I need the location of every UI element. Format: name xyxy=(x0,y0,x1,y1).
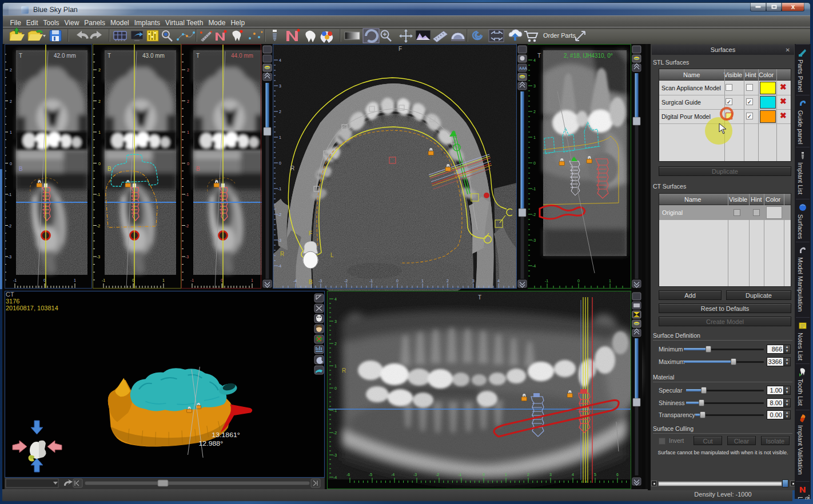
svg-text:3176: 3176 xyxy=(6,298,19,305)
svg-text:-3: -3 xyxy=(97,255,100,259)
svg-text:-1: -1 xyxy=(532,187,536,191)
svg-text:13.1861°: 13.1861° xyxy=(212,432,240,438)
svg-text:0: 0 xyxy=(10,162,12,166)
svg-text:0: 0 xyxy=(279,161,281,165)
svg-text:-2: -2 xyxy=(8,224,11,228)
svg-text:-4: -4 xyxy=(391,473,394,477)
svg-text:F: F xyxy=(309,230,312,237)
svg-text:0: 0 xyxy=(483,473,485,477)
svg-text:B: B xyxy=(19,166,23,172)
svg-text:2: 2 xyxy=(279,110,281,114)
svg-text:3: 3 xyxy=(533,84,536,88)
svg-text:-3: -3 xyxy=(185,255,189,259)
svg-text:4: 4 xyxy=(334,297,337,301)
svg-text:-1: -1 xyxy=(278,187,281,191)
svg-text:-4: -4 xyxy=(293,279,297,283)
svg-text:-1: -1 xyxy=(190,278,194,282)
svg-text:2: 2 xyxy=(98,68,101,72)
svg-text:2: 2 xyxy=(334,342,337,346)
svg-text:0: 0 xyxy=(187,162,189,166)
svg-text:2: 2 xyxy=(98,99,101,103)
svg-text:-2: -2 xyxy=(344,279,348,283)
svg-text:1: 1 xyxy=(187,130,189,134)
svg-text:-1: -1 xyxy=(458,473,461,477)
svg-text:4: 4 xyxy=(572,473,574,477)
svg-text:5: 5 xyxy=(594,473,596,477)
svg-text:2: 2 xyxy=(447,279,449,283)
svg-text:2: 2 xyxy=(187,99,189,103)
svg-text:F: F xyxy=(398,46,402,52)
svg-text:0: 0 xyxy=(334,386,337,390)
svg-text:0: 0 xyxy=(98,162,101,166)
svg-text:0: 0 xyxy=(533,161,536,165)
svg-text:-2: -2 xyxy=(532,213,536,217)
svg-text:0: 0 xyxy=(43,278,46,282)
svg-text:-5: -5 xyxy=(369,473,372,477)
svg-text:L: L xyxy=(330,252,334,258)
svg-text:-1: -1 xyxy=(102,278,105,282)
svg-text:T: T xyxy=(537,53,541,59)
svg-text:1: 1 xyxy=(334,364,337,368)
svg-text:1: 1 xyxy=(74,278,76,282)
svg-text:2: 2 xyxy=(10,68,12,72)
svg-text:-1: -1 xyxy=(97,193,100,197)
svg-text:1: 1 xyxy=(251,278,253,282)
svg-text:-1: -1 xyxy=(369,279,373,283)
svg-text:AAA: AAA xyxy=(519,66,527,70)
svg-text:-2: -2 xyxy=(185,224,189,228)
svg-text:4: 4 xyxy=(497,279,500,283)
svg-text:2: 2 xyxy=(527,473,529,477)
svg-text:20160817, 103814: 20160817, 103814 xyxy=(6,305,58,311)
svg-text:-4: -4 xyxy=(532,264,536,268)
svg-text:1: 1 xyxy=(98,130,101,134)
svg-text:B: B xyxy=(107,166,111,172)
svg-text:R: R xyxy=(280,251,284,257)
svg-text:1: 1 xyxy=(505,473,507,477)
svg-text:-1: -1 xyxy=(13,278,17,282)
svg-text:-3: -3 xyxy=(532,238,536,242)
svg-text:0: 0 xyxy=(577,279,580,283)
svg-text:-3: -3 xyxy=(333,453,337,457)
svg-text:-1: -1 xyxy=(185,193,189,197)
svg-text:2, #18, IJH4310, 0°: 2, #18, IJH4310, 0° xyxy=(564,53,613,59)
svg-text:1: 1 xyxy=(421,279,424,283)
svg-text:43.0 mm: 43.0 mm xyxy=(142,53,165,59)
svg-text:3: 3 xyxy=(472,279,475,283)
svg-text:-3: -3 xyxy=(318,279,322,283)
svg-text:-2: -2 xyxy=(97,224,100,228)
svg-text:1: 1 xyxy=(533,135,536,139)
svg-text:4: 4 xyxy=(533,58,536,62)
svg-text:1: 1 xyxy=(279,135,281,139)
svg-text:-3: -3 xyxy=(278,238,281,242)
svg-text:-4: -4 xyxy=(278,264,281,268)
svg-text:-2: -2 xyxy=(436,473,439,477)
svg-text:3: 3 xyxy=(279,84,281,88)
svg-text:0: 0 xyxy=(221,278,223,282)
svg-text:T: T xyxy=(478,294,481,301)
svg-text:2: 2 xyxy=(533,110,536,114)
svg-text:R: R xyxy=(342,367,346,374)
svg-text:0: 0 xyxy=(396,279,398,283)
svg-text:0: 0 xyxy=(132,278,134,282)
svg-text:R: R xyxy=(290,165,294,171)
svg-text:-1: -1 xyxy=(333,409,337,413)
svg-text:4: 4 xyxy=(279,58,281,62)
svg-text:3: 3 xyxy=(334,319,337,323)
svg-text:1: 1 xyxy=(609,279,611,283)
svg-text:B: B xyxy=(196,166,200,172)
svg-text:-6: -6 xyxy=(346,473,350,477)
svg-text:-2: -2 xyxy=(333,431,337,435)
svg-text:2: 2 xyxy=(10,99,12,103)
svg-text:B: B xyxy=(309,279,313,285)
svg-text:2: 2 xyxy=(187,68,189,72)
svg-text:42.0 mm: 42.0 mm xyxy=(54,53,76,59)
svg-text:-2: -2 xyxy=(278,213,281,217)
svg-text:-3: -3 xyxy=(8,255,11,259)
svg-text:-3: -3 xyxy=(413,473,417,477)
svg-text:1: 1 xyxy=(10,130,12,134)
svg-text:-1: -1 xyxy=(8,193,11,197)
svg-text:-1: -1 xyxy=(545,279,548,283)
svg-text:3: 3 xyxy=(549,473,552,477)
svg-text:44.0 mm: 44.0 mm xyxy=(231,53,253,59)
svg-text:1: 1 xyxy=(162,278,165,282)
